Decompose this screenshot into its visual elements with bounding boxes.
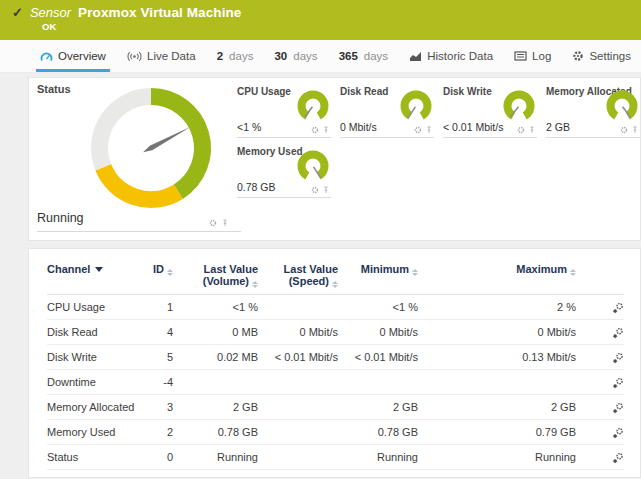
pin-icon[interactable] (631, 126, 639, 134)
col-label: Last Value (284, 263, 338, 275)
status-gauge-label: Status (37, 83, 71, 95)
mini-gauge-dial (602, 88, 641, 124)
sort-icon (332, 281, 338, 288)
mini-gauge-dial (293, 148, 333, 184)
status-gauge-segment (103, 167, 178, 199)
gauges-panel: Status Running CPU Usage<1 %Disk Read0 M… (28, 77, 641, 241)
cell-actions (576, 325, 624, 338)
tab-label: Live Data (147, 50, 196, 62)
mini-gauge-label: CPU Usage (237, 86, 291, 98)
col-minimum[interactable]: Minimum (338, 263, 418, 276)
tab-label: Historic Data (427, 50, 493, 62)
gear-icon[interactable] (209, 219, 217, 227)
col-label: Channel (47, 263, 90, 275)
cell-id: 5 (139, 351, 173, 363)
mini-gauge-memory-allocated[interactable]: Memory Allocated2 GB (546, 86, 640, 138)
area-chart-icon (409, 51, 422, 62)
col-channel[interactable]: Channel (47, 263, 139, 275)
col-maximum[interactable]: Maximum (418, 263, 576, 276)
gauge-icon (40, 51, 53, 62)
gear-icon (572, 50, 584, 62)
cell-maximum: 0 Mbit/s (418, 326, 576, 338)
mini-gauge-actions (620, 126, 639, 134)
gear-icon[interactable] (311, 186, 319, 194)
gear-icon[interactable] (414, 126, 422, 134)
col-last-value-speed[interactable]: Last Value (Speed) (258, 263, 338, 288)
mini-gauge-actions (311, 126, 330, 134)
mini-gauge-value: 2 GB (546, 121, 570, 133)
cell-channel: Memory Allocated (47, 401, 139, 413)
channel-settings-icon[interactable] (612, 427, 624, 439)
channel-settings-icon[interactable] (612, 302, 624, 314)
cell-channel: Disk Read (47, 326, 139, 338)
cell-last-value-volume: Running (173, 451, 258, 463)
tab-overview[interactable]: Overview (38, 40, 108, 72)
channel-settings-icon[interactable] (612, 352, 624, 364)
cell-maximum: 2 % (418, 301, 576, 313)
cell-actions (576, 350, 624, 363)
mini-gauge-cpu-usage[interactable]: CPU Usage<1 % (237, 86, 331, 138)
tab-bar: Overview Live Data 2 days 30 days 365 da… (0, 40, 641, 73)
mini-gauge-grid: CPU Usage<1 %Disk Read0 Mbit/sDisk Write… (237, 86, 641, 198)
channel-settings-icon[interactable] (612, 377, 624, 389)
ok-check-icon: ✓ (12, 5, 23, 20)
cell-maximum: 0.13 Mbit/s (418, 351, 576, 363)
channel-table-panel: Channel ID Last Value (Volume) Last Valu… (28, 248, 641, 478)
mini-gauge-dial (293, 88, 333, 124)
cell-last-value-volume: 0.02 MB (173, 351, 258, 363)
channel-settings-icon[interactable] (612, 327, 624, 339)
tab-historic-data[interactable]: Historic Data (407, 40, 495, 72)
mini-gauge-value: < 0.01 Mbit/s (443, 121, 503, 133)
tab-live-data[interactable]: Live Data (125, 40, 198, 72)
cell-actions (576, 425, 624, 438)
mini-gauge-memory-used[interactable]: Memory Used0.78 GB (237, 146, 331, 198)
cell-channel: Downtime (47, 376, 139, 388)
cell-minimum: 0.78 GB (338, 426, 418, 438)
status-gauge[interactable] (87, 84, 215, 212)
cell-last-value-volume: <1 % (173, 301, 258, 313)
tab-settings[interactable]: Settings (570, 40, 633, 72)
mini-gauge-disk-write[interactable]: Disk Write< 0.01 Mbit/s (443, 86, 537, 138)
col-id[interactable]: ID (139, 263, 173, 276)
table-row: Disk Write50.02 MB< 0.01 Mbit/s< 0.01 Mb… (47, 345, 624, 370)
table-row: Status0RunningRunningRunning (47, 445, 624, 470)
channel-settings-icon[interactable] (612, 402, 624, 414)
tab-365-days[interactable]: 365 days (337, 40, 390, 72)
cell-last-value-speed: 0 Mbit/s (258, 326, 338, 338)
cell-channel: Memory Used (47, 426, 139, 438)
status-badge: OK (42, 21, 641, 32)
tab-label: days (364, 50, 388, 62)
col-label: Minimum (361, 263, 409, 275)
cell-channel: CPU Usage (47, 301, 139, 313)
tab-30-days[interactable]: 30 days (272, 40, 319, 72)
status-gauge-needle (143, 127, 191, 152)
cell-minimum: < 0.01 Mbit/s (338, 351, 418, 363)
cell-minimum: Running (338, 451, 418, 463)
col-last-value-volume[interactable]: Last Value (Volume) (173, 263, 258, 288)
pin-icon[interactable] (528, 126, 536, 134)
gear-icon[interactable] (517, 126, 525, 134)
tab-log[interactable]: Log (512, 40, 553, 72)
pin-icon[interactable] (425, 126, 433, 134)
cell-maximum: 0.79 GB (418, 426, 576, 438)
cell-maximum: 2 GB (418, 401, 576, 413)
live-signal-icon (127, 51, 142, 62)
gear-icon[interactable] (311, 126, 319, 134)
pin-icon[interactable] (322, 126, 330, 134)
sort-icon (570, 269, 576, 276)
mini-gauge-label: Disk Write (443, 86, 492, 98)
mini-gauge-disk-read[interactable]: Disk Read0 Mbit/s (340, 86, 434, 138)
cell-last-value-speed: < 0.01 Mbit/s (258, 351, 338, 363)
col-label: Last Value (204, 263, 258, 275)
channel-settings-icon[interactable] (612, 452, 624, 464)
tab-2-days[interactable]: 2 days (215, 40, 256, 72)
pin-icon[interactable] (322, 186, 330, 194)
table-header: Channel ID Last Value (Volume) Last Valu… (47, 263, 624, 295)
col-label: Maximum (516, 263, 567, 275)
cell-actions (576, 400, 624, 413)
gear-icon[interactable] (620, 126, 628, 134)
tab-number: 30 (274, 50, 287, 62)
pin-icon[interactable] (221, 219, 229, 227)
mini-gauge-dial (499, 88, 539, 124)
cell-id: 4 (139, 326, 173, 338)
